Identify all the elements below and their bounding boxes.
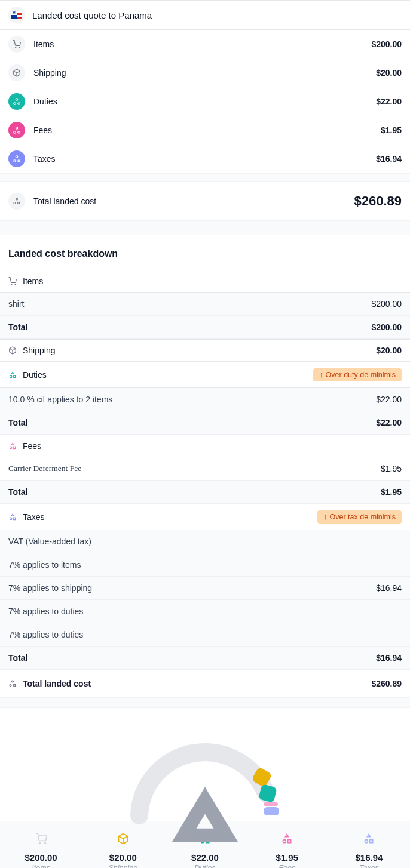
- summary-label: Items: [33, 39, 363, 49]
- section-amount: $20.00: [376, 346, 402, 355]
- gauge-chart: $260.89 Total landed cost: [0, 708, 410, 824]
- summary-amount: $1.95: [381, 125, 402, 135]
- svg-point-8: [18, 131, 20, 134]
- cluster-icon: [8, 513, 17, 521]
- country-flag-icon: [8, 7, 25, 23]
- footer-card-taxes: $16.94 Taxes: [328, 832, 410, 868]
- cart-icon: [0, 832, 82, 845]
- footer-card-items: $200.00 Items: [0, 832, 82, 868]
- breakdown-row: VAT (Value-added tax): [0, 530, 410, 553]
- footer-label: Items: [0, 864, 82, 868]
- svg-point-24: [12, 681, 14, 682]
- arrow-up-icon: ↑: [319, 371, 323, 379]
- divider: [0, 697, 410, 708]
- breakdown-taxes-header: Taxes ↑ Over tax de minimis: [0, 504, 410, 530]
- summary-label: Duties: [33, 97, 368, 106]
- de-minimis-badge: ↑ Over tax de minimis: [317, 510, 402, 524]
- svg-rect-14: [18, 202, 20, 204]
- breakdown-total-row: Total $16.94: [0, 647, 410, 670]
- summary-row-duties: Duties $22.00: [0, 87, 410, 116]
- row-amount: $22.00: [376, 418, 402, 427]
- section-label: Fees: [23, 441, 402, 451]
- cluster-icon: [8, 122, 25, 138]
- summary-row-taxes: Taxes $16.94: [0, 144, 410, 173]
- svg-rect-19: [13, 375, 16, 378]
- svg-rect-21: [13, 447, 16, 449]
- svg-rect-41: [370, 840, 373, 843]
- row-label: 10.0 % cif applies to 2 items: [8, 395, 376, 404]
- breakdown-title: Landed cost breakdown: [0, 235, 410, 270]
- breakdown-total-row: Total $1.95: [0, 481, 410, 504]
- divider: [0, 221, 410, 235]
- row-label: shirt: [8, 299, 371, 309]
- svg-point-18: [10, 375, 12, 378]
- svg-point-16: [15, 284, 16, 285]
- svg-point-40: [365, 840, 368, 843]
- breakdown-shipping-header: Shipping $20.00: [0, 339, 410, 362]
- total-label: Total landed cost: [33, 196, 345, 206]
- row-label: Total: [8, 653, 376, 663]
- box-icon: [8, 346, 17, 355]
- svg-point-22: [10, 518, 12, 520]
- box-icon: [8, 64, 25, 81]
- summary-amount: $22.00: [376, 97, 402, 106]
- cluster-icon: [8, 150, 25, 167]
- svg-point-3: [16, 99, 18, 101]
- cluster-icon: [8, 93, 25, 110]
- arrow-up-icon: ↑: [323, 513, 327, 521]
- svg-rect-23: [13, 518, 16, 520]
- footer-amount: $16.94: [328, 852, 410, 863]
- final-amount: $260.89: [371, 679, 402, 688]
- cart-icon: [8, 36, 25, 53]
- badge-text: Over duty de minimis: [326, 371, 396, 379]
- row-label: 7% applies to duties: [8, 630, 402, 639]
- svg-rect-26: [14, 684, 16, 686]
- breakdown-total-row: Total $22.00: [0, 411, 410, 435]
- final-label: Total landed cost: [23, 679, 365, 688]
- cluster-icon: [8, 371, 17, 379]
- row-label: Total: [8, 322, 371, 332]
- row-amount: $22.00: [376, 395, 402, 404]
- cart-icon: [8, 277, 17, 285]
- summary-amount: $200.00: [371, 39, 402, 49]
- section-label: Duties: [23, 370, 307, 380]
- row-label: 7% applies to shipping: [8, 583, 376, 593]
- section-label: Shipping: [23, 346, 370, 355]
- svg-point-1: [19, 47, 20, 48]
- row-label: 7% applies to duties: [8, 607, 402, 616]
- svg-point-10: [14, 160, 16, 162]
- cluster-icon: [121, 780, 289, 868]
- svg-point-0: [16, 47, 16, 48]
- summary-label: Shipping: [33, 68, 368, 78]
- svg-point-11: [18, 160, 20, 162]
- svg-point-12: [16, 198, 18, 200]
- row-amount: $1.95: [381, 464, 402, 473]
- de-minimis-badge: ↑ Over duty de minimis: [313, 368, 402, 381]
- summary-row-shipping: Shipping $20.00: [0, 59, 410, 87]
- summary-row-fees: Fees $1.95: [0, 116, 410, 144]
- breakdown-row: 7% applies to duties: [0, 623, 410, 647]
- svg-point-7: [14, 131, 16, 134]
- cluster-icon: [328, 832, 410, 845]
- divider: [0, 174, 410, 182]
- svg-point-20: [10, 447, 12, 449]
- svg-point-4: [14, 103, 16, 105]
- row-amount: $16.94: [376, 583, 402, 593]
- svg-point-25: [10, 684, 11, 686]
- section-label: Taxes: [23, 512, 311, 522]
- cluster-icon: [8, 442, 17, 450]
- row-label: Total: [8, 418, 376, 427]
- cluster-icon: [8, 679, 17, 688]
- summary-label: Fees: [33, 125, 372, 135]
- breakdown-row: 10.0 % cif applies to 2 items $22.00: [0, 388, 410, 411]
- summary-label: Taxes: [33, 154, 368, 164]
- cluster-icon: [8, 193, 25, 210]
- footer-amount: $200.00: [0, 852, 82, 863]
- row-label: Total: [8, 487, 381, 497]
- total-amount: $260.89: [354, 193, 402, 209]
- section-label: Items: [23, 276, 402, 286]
- breakdown-row: 7% applies to duties: [0, 600, 410, 623]
- summary-total-row: Total landed cost $260.89: [0, 182, 410, 221]
- svg-point-15: [11, 284, 12, 285]
- row-label: Carrier Deferment Fee: [8, 464, 381, 473]
